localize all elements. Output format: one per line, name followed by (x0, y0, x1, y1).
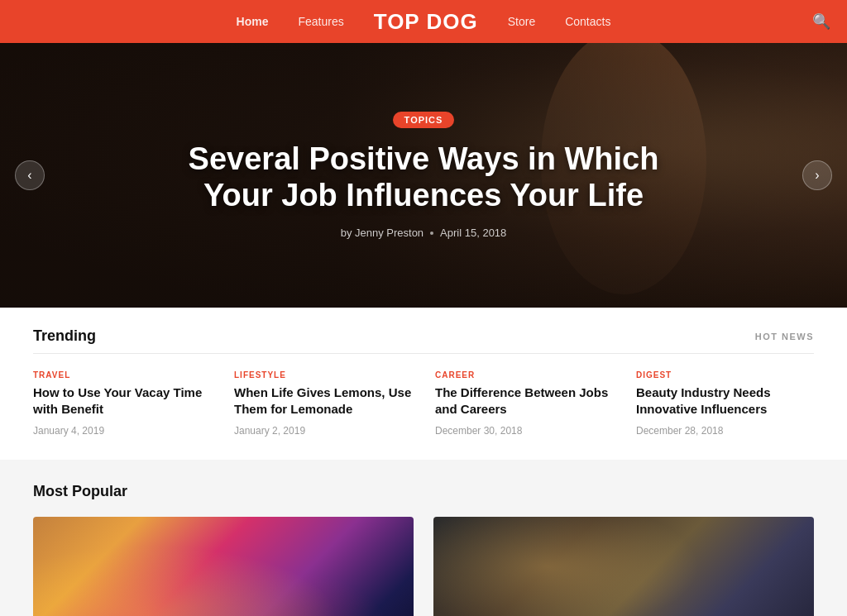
nav-link-home[interactable]: Home (237, 15, 269, 28)
nav-brand[interactable]: TOP DOG (374, 9, 478, 35)
trending-item: DIGEST Beauty Industry Needs Innovative … (636, 370, 814, 437)
trending-section: Trending HOT NEWS TRAVEL How to Use Your… (0, 308, 847, 460)
hero-prev-button[interactable]: ‹ (15, 160, 45, 190)
nav-link-contacts[interactable]: Contacts (565, 15, 610, 28)
trending-category-0: TRAVEL (33, 370, 211, 380)
popular-grid (33, 517, 814, 617)
hero-date: April 15, 2018 (440, 227, 506, 239)
hero-meta-dot (430, 232, 433, 235)
hero-badge[interactable]: TOPICS (393, 112, 455, 128)
popular-card-1[interactable] (433, 517, 814, 617)
popular-section: Most Popular (0, 460, 847, 617)
trending-item-date-0: January 4, 2019 (33, 425, 211, 437)
trending-title: Trending (33, 327, 96, 345)
nav-inner: Home Features TOP DOG Store Contacts (237, 9, 611, 35)
nav-link-store[interactable]: Store (508, 15, 535, 28)
hero-section: ‹ TOPICS Several Positive Ways in Which … (0, 43, 847, 308)
hero-content: TOPICS Several Positive Ways in Which Yo… (134, 112, 713, 239)
popular-card-0[interactable] (33, 517, 414, 617)
hero-title: Several Positive Ways in Which Your Job … (167, 141, 680, 213)
hot-news-label: HOT NEWS (755, 332, 814, 341)
nav-link-features[interactable]: Features (298, 15, 343, 28)
trending-item-date-3: December 28, 2018 (636, 425, 814, 437)
trending-category-2: CAREER (435, 370, 613, 380)
navigation: Home Features TOP DOG Store Contacts 🔍 (0, 0, 847, 43)
trending-item-date-2: December 30, 2018 (435, 425, 613, 437)
hero-meta: by Jenny Preston April 15, 2018 (167, 227, 680, 239)
trending-item: LIFESTYLE When Life Gives Lemons, Use Th… (234, 370, 412, 437)
hero-next-button[interactable]: › (802, 160, 832, 190)
hero-author: by Jenny Preston (341, 227, 424, 239)
trending-item-title-0[interactable]: How to Use Your Vacay Time with Benefit (33, 384, 211, 418)
popular-title: Most Popular (33, 483, 814, 500)
trending-item-title-2[interactable]: The Difference Between Jobs and Careers (435, 384, 613, 418)
trending-item-date-1: January 2, 2019 (234, 425, 412, 437)
trending-grid: TRAVEL How to Use Your Vacay Time with B… (33, 370, 814, 437)
search-icon[interactable]: 🔍 (812, 12, 830, 31)
trending-header: Trending HOT NEWS (33, 327, 814, 354)
trending-item: TRAVEL How to Use Your Vacay Time with B… (33, 370, 211, 437)
trending-category-1: LIFESTYLE (234, 370, 412, 380)
trending-item-title-1[interactable]: When Life Gives Lemons, Use Them for Lem… (234, 384, 412, 418)
trending-category-3: DIGEST (636, 370, 814, 380)
trending-item: CAREER The Difference Between Jobs and C… (435, 370, 613, 437)
trending-item-title-3[interactable]: Beauty Industry Needs Innovative Influen… (636, 384, 814, 418)
